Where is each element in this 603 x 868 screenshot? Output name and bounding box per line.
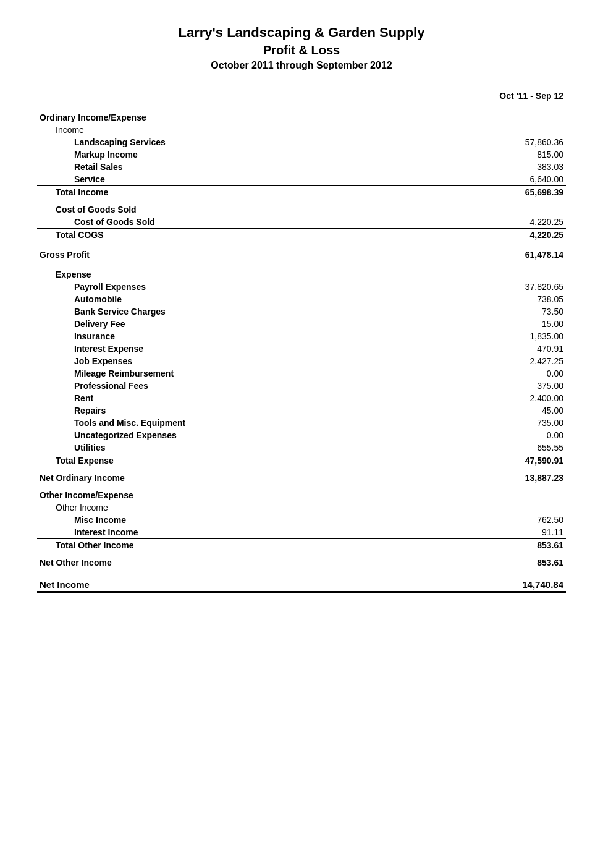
automobile-label: Automobile bbox=[37, 293, 381, 305]
tools-misc-equipment-value: 735.00 bbox=[381, 417, 566, 429]
other-income-expense-row: Other Income/Expense bbox=[37, 489, 566, 501]
payroll-expenses-value: 37,820.65 bbox=[381, 281, 566, 293]
misc-income-label: Misc Income bbox=[37, 514, 381, 526]
net-ordinary-income-row: Net Ordinary Income 13,887.23 bbox=[37, 472, 566, 484]
service-label: Service bbox=[37, 173, 381, 186]
column-header-row: Oct '11 - Sep 12 bbox=[37, 90, 566, 106]
landscaping-services-row: Landscaping Services 57,860.36 bbox=[37, 136, 566, 148]
repairs-row: Repairs 45.00 bbox=[37, 404, 566, 417]
profit-loss-table: Oct '11 - Sep 12 Ordinary Income/Expense… bbox=[37, 90, 566, 593]
bank-service-charges-label: Bank Service Charges bbox=[37, 305, 381, 318]
total-cogs-row: Total COGS 4,220.25 bbox=[37, 229, 566, 242]
interest-income-label: Interest Income bbox=[37, 526, 381, 539]
ordinary-income-expense-label: Ordinary Income/Expense bbox=[37, 111, 381, 124]
cogs-item-value: 4,220.25 bbox=[381, 216, 566, 229]
period-col-header: Oct '11 - Sep 12 bbox=[381, 90, 566, 106]
interest-income-value: 91.11 bbox=[381, 526, 566, 539]
other-income-header-row: Other Income bbox=[37, 501, 566, 514]
cogs-header-label: Cost of Goods Sold bbox=[37, 203, 381, 216]
bank-service-charges-value: 73.50 bbox=[381, 305, 566, 318]
cogs-header-row: Cost of Goods Sold bbox=[37, 203, 566, 216]
professional-fees-label: Professional Fees bbox=[37, 380, 381, 392]
interest-expense-row: Interest Expense 470.91 bbox=[37, 343, 566, 355]
report-period: October 2011 through September 2012 bbox=[37, 60, 566, 71]
net-other-income-label: Net Other Income bbox=[37, 556, 381, 569]
cogs-item-label: Cost of Goods Sold bbox=[37, 216, 381, 229]
gross-profit-label: Gross Profit bbox=[37, 246, 381, 263]
expense-header-label: Expense bbox=[37, 268, 381, 281]
gross-profit-row: Gross Profit 61,478.14 bbox=[37, 246, 566, 263]
utilities-row: Utilities 655.55 bbox=[37, 441, 566, 454]
job-expenses-row: Job Expenses 2,427.25 bbox=[37, 355, 566, 367]
total-other-income-value: 853.61 bbox=[381, 539, 566, 552]
markup-income-value: 815.00 bbox=[381, 148, 566, 161]
net-income-value: 14,740.84 bbox=[381, 574, 566, 592]
tools-misc-equipment-label: Tools and Misc. Equipment bbox=[37, 417, 381, 429]
automobile-value: 738.05 bbox=[381, 293, 566, 305]
professional-fees-value: 375.00 bbox=[381, 380, 566, 392]
net-other-income-value: 853.61 bbox=[381, 556, 566, 569]
company-name: Larry's Landscaping & Garden Supply bbox=[37, 25, 566, 41]
total-expense-value: 47,590.91 bbox=[381, 454, 566, 467]
landscaping-services-label: Landscaping Services bbox=[37, 136, 381, 148]
landscaping-services-value: 57,860.36 bbox=[381, 136, 566, 148]
insurance-row: Insurance 1,835.00 bbox=[37, 330, 566, 343]
other-income-expense-label: Other Income/Expense bbox=[37, 489, 381, 501]
repairs-label: Repairs bbox=[37, 404, 381, 417]
interest-income-row: Interest Income 91.11 bbox=[37, 526, 566, 539]
uncategorized-expenses-value: 0.00 bbox=[381, 429, 566, 441]
rent-value: 2,400.00 bbox=[381, 392, 566, 404]
ordinary-income-expense-row: Ordinary Income/Expense bbox=[37, 111, 566, 124]
bank-service-charges-row: Bank Service Charges 73.50 bbox=[37, 305, 566, 318]
rent-label: Rent bbox=[37, 392, 381, 404]
income-header-label: Income bbox=[37, 124, 381, 136]
service-value: 6,640.00 bbox=[381, 173, 566, 186]
net-other-income-row: Net Other Income 853.61 bbox=[37, 556, 566, 569]
job-expenses-value: 2,427.25 bbox=[381, 355, 566, 367]
uncategorized-expenses-row: Uncategorized Expenses 0.00 bbox=[37, 429, 566, 441]
misc-income-value: 762.50 bbox=[381, 514, 566, 526]
payroll-expenses-row: Payroll Expenses 37,820.65 bbox=[37, 281, 566, 293]
repairs-value: 45.00 bbox=[381, 404, 566, 417]
utilities-value: 655.55 bbox=[381, 441, 566, 454]
delivery-fee-value: 15.00 bbox=[381, 318, 566, 330]
uncategorized-expenses-label: Uncategorized Expenses bbox=[37, 429, 381, 441]
retail-sales-value: 383.03 bbox=[381, 161, 566, 173]
total-cogs-label: Total COGS bbox=[37, 229, 381, 242]
total-expense-label: Total Expense bbox=[37, 454, 381, 467]
report-title: Profit & Loss bbox=[37, 43, 566, 57]
retail-sales-row: Retail Sales 383.03 bbox=[37, 161, 566, 173]
service-row: Service 6,640.00 bbox=[37, 173, 566, 186]
total-other-income-row: Total Other Income 853.61 bbox=[37, 539, 566, 552]
markup-income-label: Markup Income bbox=[37, 148, 381, 161]
total-income-value: 65,698.39 bbox=[381, 186, 566, 199]
mileage-reimbursement-value: 0.00 bbox=[381, 367, 566, 380]
mileage-reimbursement-label: Mileage Reimbursement bbox=[37, 367, 381, 380]
net-ordinary-income-label: Net Ordinary Income bbox=[37, 472, 381, 484]
income-header-row: Income bbox=[37, 124, 566, 136]
professional-fees-row: Professional Fees 375.00 bbox=[37, 380, 566, 392]
utilities-label: Utilities bbox=[37, 441, 381, 454]
insurance-value: 1,835.00 bbox=[381, 330, 566, 343]
automobile-row: Automobile 738.05 bbox=[37, 293, 566, 305]
report-header: Larry's Landscaping & Garden Supply Prof… bbox=[37, 25, 566, 71]
net-income-label: Net Income bbox=[37, 574, 381, 592]
expense-header-row: Expense bbox=[37, 268, 566, 281]
total-income-row: Total Income 65,698.39 bbox=[37, 186, 566, 199]
interest-expense-label: Interest Expense bbox=[37, 343, 381, 355]
markup-income-row: Markup Income 815.00 bbox=[37, 148, 566, 161]
interest-expense-value: 470.91 bbox=[381, 343, 566, 355]
gross-profit-value: 61,478.14 bbox=[381, 246, 566, 263]
rent-row: Rent 2,400.00 bbox=[37, 392, 566, 404]
other-income-header-label: Other Income bbox=[37, 501, 381, 514]
delivery-fee-label: Delivery Fee bbox=[37, 318, 381, 330]
total-other-income-label: Total Other Income bbox=[37, 539, 381, 552]
misc-income-row: Misc Income 762.50 bbox=[37, 514, 566, 526]
net-ordinary-income-value: 13,887.23 bbox=[381, 472, 566, 484]
delivery-fee-row: Delivery Fee 15.00 bbox=[37, 318, 566, 330]
label-col-header bbox=[37, 90, 381, 106]
retail-sales-label: Retail Sales bbox=[37, 161, 381, 173]
total-expense-row: Total Expense 47,590.91 bbox=[37, 454, 566, 467]
tools-misc-equipment-row: Tools and Misc. Equipment 735.00 bbox=[37, 417, 566, 429]
insurance-label: Insurance bbox=[37, 330, 381, 343]
